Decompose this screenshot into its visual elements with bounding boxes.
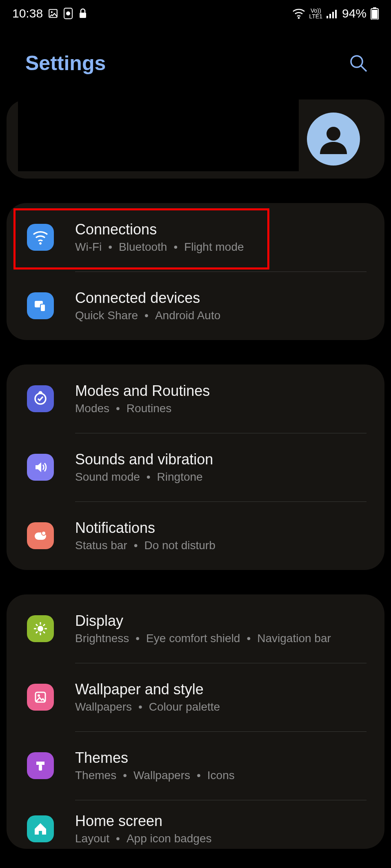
svg-rect-9 [335, 10, 337, 18]
item-wallpaper[interactable]: Wallpaper and style Wallpapers• Colour p… [7, 663, 384, 731]
wallpaper-icon [27, 684, 54, 711]
clock-app-icon [63, 7, 73, 20]
status-bar: 10:38 Vo)) LTE1 94% [0, 0, 391, 27]
item-subtitle: Sound mode• Ringtone [75, 470, 213, 484]
svg-rect-7 [329, 14, 331, 18]
battery-percent: 94% [342, 7, 367, 20]
svg-point-32 [38, 694, 40, 697]
svg-rect-6 [327, 16, 328, 18]
svg-rect-33 [39, 765, 42, 771]
svg-point-1 [51, 11, 53, 13]
item-connections[interactable]: Connections Wi-Fi• Bluetooth• Flight mod… [7, 203, 384, 272]
devices-icon [27, 292, 54, 319]
svg-rect-18 [40, 304, 45, 311]
svg-point-15 [327, 127, 340, 141]
header: Settings [0, 27, 391, 99]
item-subtitle: Modes• Routines [75, 402, 210, 415]
volte-label: Vo)) [311, 8, 321, 13]
brightness-icon [27, 615, 54, 642]
svg-line-14 [361, 66, 367, 71]
svg-rect-4 [80, 13, 86, 18]
picture-icon [48, 8, 58, 19]
settings-group-connections: Connections Wi-Fi• Bluetooth• Flight mod… [7, 203, 384, 340]
search-icon [349, 53, 368, 73]
avatar[interactable] [307, 113, 360, 166]
themes-icon [27, 752, 54, 779]
page-title: Settings [25, 51, 106, 75]
item-title: Display [75, 612, 331, 629]
item-sounds[interactable]: Sounds and vibration Sound mode• Rington… [7, 433, 384, 501]
svg-rect-8 [332, 12, 334, 18]
item-title: Themes [75, 749, 235, 766]
person-icon [315, 121, 352, 157]
signal-icon [327, 9, 338, 18]
routines-icon [27, 385, 54, 412]
item-title: Notifications [75, 519, 215, 537]
item-title: Connections [75, 221, 244, 238]
item-subtitle: Quick Share• Android Auto [75, 309, 220, 322]
item-title: Sounds and vibration [75, 451, 213, 468]
svg-line-27 [36, 624, 38, 626]
item-subtitle: Status bar• Do not disturb [75, 539, 215, 552]
lock-icon [78, 8, 88, 19]
item-notifications[interactable]: Notifications Status bar• Do not disturb [7, 501, 384, 570]
item-subtitle: Layout• App icon badges [75, 832, 212, 845]
svg-line-30 [36, 632, 38, 633]
item-subtitle: Themes• Wallpapers• Icons [75, 769, 235, 782]
battery-icon [371, 7, 379, 20]
wifi-icon [292, 8, 305, 19]
svg-line-29 [43, 624, 45, 626]
item-title: Connected devices [75, 289, 220, 307]
profile-card[interactable] [7, 99, 384, 179]
item-subtitle: Brightness• Eye comfort shield• Navigati… [75, 632, 331, 645]
status-left: 10:38 [12, 7, 88, 20]
svg-point-22 [38, 626, 43, 632]
item-display[interactable]: Display Brightness• Eye comfort shield• … [7, 594, 384, 663]
net-label: Vo)) LTE1 [309, 8, 322, 19]
item-subtitle: Wallpapers• Colour palette [75, 700, 220, 713]
svg-rect-12 [372, 10, 378, 19]
settings-group-display: Display Brightness• Eye comfort shield• … [7, 594, 384, 849]
home-icon [27, 815, 54, 842]
svg-point-13 [351, 56, 362, 67]
search-button[interactable] [347, 52, 370, 75]
item-subtitle: Wi-Fi• Bluetooth• Flight mode [75, 241, 244, 254]
svg-point-3 [66, 11, 70, 15]
settings-group-personalization: Modes and Routines Modes• Routines Sound… [7, 364, 384, 570]
clock: 10:38 [12, 7, 43, 20]
item-themes[interactable]: Themes Themes• Wallpapers• Icons [7, 731, 384, 800]
wifi-icon [27, 224, 54, 251]
lte-label: LTE1 [309, 13, 322, 19]
profile-redacted-area [18, 99, 299, 171]
status-right: Vo)) LTE1 94% [292, 7, 379, 20]
svg-point-16 [40, 243, 42, 245]
item-title: Wallpaper and style [75, 681, 220, 698]
svg-line-28 [43, 632, 45, 633]
item-title: Modes and Routines [75, 382, 210, 400]
notification-icon [27, 522, 54, 549]
svg-point-5 [298, 17, 300, 19]
item-title: Home screen [75, 813, 212, 830]
svg-point-21 [42, 531, 46, 535]
speaker-icon [27, 454, 54, 481]
item-home-screen[interactable]: Home screen Layout• App icon badges [7, 800, 384, 849]
item-modes-routines[interactable]: Modes and Routines Modes• Routines [7, 364, 384, 433]
item-connected-devices[interactable]: Connected devices Quick Share• Android A… [7, 272, 384, 340]
